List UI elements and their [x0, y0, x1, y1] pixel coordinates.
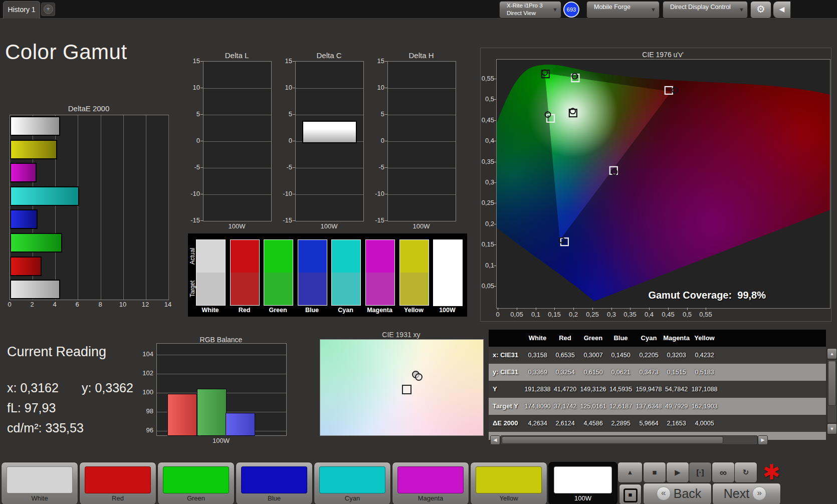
- patch-label: Green: [158, 494, 234, 502]
- cell: 54,7842: [661, 381, 692, 398]
- table-scroll-right-button[interactable]: ▶: [758, 435, 768, 445]
- y-tick-mark: [293, 61, 295, 62]
- gridline: [203, 115, 271, 115]
- x-tick-mark: [573, 308, 574, 310]
- play-button[interactable]: ▶: [666, 462, 689, 483]
- gridline: [388, 194, 456, 195]
- cell: 12,6187: [605, 398, 637, 415]
- patch-button-red[interactable]: Red: [79, 462, 156, 504]
- back-button[interactable]: «Back: [643, 483, 712, 504]
- gridline: [203, 141, 271, 142]
- y-tick-mark: [385, 141, 387, 141]
- delta-y-tick: -10: [366, 190, 384, 197]
- table-scroll-down-button[interactable]: ▼: [827, 423, 837, 434]
- x-tick-mark: [649, 308, 650, 310]
- deltae-bar-100w: [10, 280, 60, 299]
- y-tick-mark: [494, 162, 496, 162]
- gamut-coverage-readout: Gamut Coverage: 99,8%: [621, 290, 766, 301]
- deltae2000-x-tick: 8: [93, 301, 108, 308]
- patch-button-white[interactable]: White: [1, 462, 78, 504]
- y-tick-mark: [200, 61, 203, 62]
- gridline: [157, 374, 286, 374]
- cie1976-x-tick: 0,35: [620, 311, 640, 318]
- swatch-target-blue: [298, 273, 327, 306]
- y-tick-mark: [494, 99, 496, 100]
- swatch-target-cyan: [331, 273, 361, 306]
- swatch-label-green: Green: [261, 307, 295, 314]
- add-tab-button[interactable]: +: [41, 3, 55, 16]
- gear-icon: ⚙: [756, 4, 765, 15]
- chevron-down-icon: ▼: [651, 7, 656, 13]
- cell: 49,7929: [661, 398, 692, 415]
- patch-swatch: [554, 466, 612, 493]
- patch-button-green[interactable]: Green: [157, 462, 235, 504]
- rgb-y-tick: 104: [136, 350, 153, 358]
- stop-button[interactable]: ■: [643, 462, 666, 483]
- patch-button-magenta[interactable]: Magenta: [392, 462, 469, 504]
- y-tick-mark: [494, 120, 496, 121]
- y-tick-mark: [293, 167, 295, 168]
- x-tick-mark: [554, 308, 555, 310]
- cell: 125,0161: [577, 398, 609, 415]
- rgb-bar-blue: [226, 413, 255, 436]
- cell: 41,4720: [549, 381, 581, 398]
- stop-measure-button[interactable]: ■: [619, 484, 642, 504]
- meter-status-stripe: [501, 3, 504, 16]
- cie1976-x-tick: 0,45: [658, 311, 678, 318]
- cell: 0,5183: [689, 364, 720, 381]
- y-tick-mark: [385, 194, 387, 194]
- patch-swatch: [7, 466, 73, 493]
- meter-dropdown[interactable]: X-Rite i1Pro 3 Direct View ▼: [499, 1, 561, 19]
- settings-button[interactable]: ⚙: [750, 1, 771, 19]
- deltae-bar-green: [10, 233, 62, 253]
- cie1931-current-circle: [415, 373, 423, 381]
- tab-history-1[interactable]: History 1: [3, 1, 40, 19]
- patch-swatch: [241, 466, 307, 493]
- chevron-down-icon: ▼: [739, 7, 744, 13]
- patch-button-cyan[interactable]: Cyan: [314, 462, 391, 504]
- table-horizontal-scroll-thumb[interactable]: [502, 436, 723, 444]
- patch-button-100w[interactable]: 100W: [548, 462, 617, 504]
- gridline: [388, 88, 456, 89]
- table-header-row: WhiteRedGreenBlueCyanMagentaYellow: [489, 330, 826, 347]
- patch-button-blue[interactable]: Blue: [236, 462, 313, 504]
- row-label: y: CIE31: [493, 364, 518, 381]
- patch-label: Yellow: [471, 494, 547, 502]
- refresh-button[interactable]: ↻: [734, 462, 757, 483]
- table-row-3: Target Y174,809037,1742125,016112,618713…: [489, 398, 826, 415]
- deltae2000-x-tick: 0: [2, 301, 17, 308]
- deltae2000-x-tick: 10: [115, 301, 130, 308]
- delta-y-tick: 0: [274, 137, 292, 144]
- delta-h-chart: [387, 61, 456, 221]
- delta-x-label: 100W: [387, 222, 455, 230]
- deltae2000-x-tick: 12: [138, 301, 153, 308]
- source-dropdown[interactable]: Mobile Forge ▼: [586, 1, 660, 19]
- collapse-panel-button[interactable]: ◀: [773, 1, 791, 19]
- display-control-dropdown[interactable]: Direct Display Control ▼: [663, 1, 748, 19]
- y-tick-mark: [385, 61, 387, 62]
- cell: 0,0621: [605, 364, 637, 381]
- swatch-actual-cyan: [331, 239, 361, 273]
- calibration-app-window: History 1 + X-Rite i1Pro 3 Direct View ▼…: [0, 0, 837, 504]
- cie1976-y-tick: 0,55: [473, 75, 494, 82]
- chevron-down-icon: ▼: [552, 7, 558, 13]
- row-label: Y: [493, 381, 497, 398]
- next-button[interactable]: Next»: [712, 483, 781, 504]
- table-scroll-up-button[interactable]: ▲: [827, 348, 837, 359]
- interval-button[interactable]: [·]: [689, 462, 712, 483]
- gridline: [123, 115, 124, 300]
- patch-level-up-button[interactable]: ▲: [617, 462, 643, 483]
- y-tick-mark: [293, 114, 295, 115]
- loop-button[interactable]: ∞: [712, 462, 735, 483]
- cie1976-y-tick: 0,05: [473, 282, 494, 290]
- cell: 0,4232: [689, 347, 720, 364]
- column-header-blue: Blue: [607, 330, 635, 347]
- table-scroll-left-button[interactable]: ◀: [490, 435, 500, 445]
- y-tick-mark: [200, 88, 203, 88]
- delta-chart-title-1: Delta C: [285, 51, 373, 60]
- patch-label: Cyan: [314, 494, 390, 502]
- patch-button-yellow[interactable]: Yellow: [470, 462, 547, 504]
- column-header-white: White: [524, 330, 551, 347]
- table-vertical-scroll-thumb[interactable]: [828, 361, 836, 406]
- x-tick-mark: [668, 308, 669, 310]
